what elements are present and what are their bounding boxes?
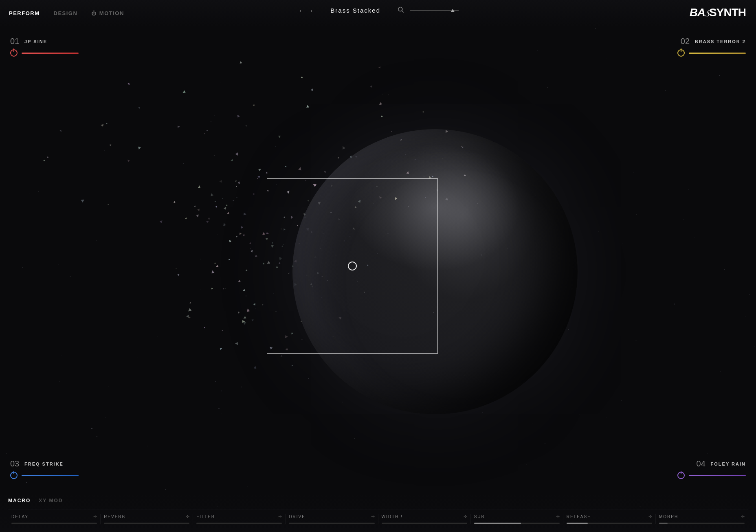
layer-04-number: 04	[697, 459, 707, 468]
star-particle	[580, 414, 580, 415]
star-particle	[570, 131, 571, 131]
macro-filter-track[interactable]	[196, 523, 282, 524]
preset-prev-button[interactable]: ‹	[297, 6, 304, 15]
macro-width-track[interactable]	[382, 523, 467, 524]
debris-particle	[198, 185, 201, 189]
debris-particle	[204, 327, 206, 329]
macro-tab-xy-mod[interactable]: XY MOD	[39, 498, 63, 503]
debris-particle	[186, 314, 190, 318]
macro-reverb-track[interactable]	[104, 523, 189, 524]
star-particle	[155, 312, 156, 312]
macro-width-label: WIDTH !	[382, 514, 403, 519]
debris-particle	[229, 258, 231, 260]
layer-02-card: 02 BRASS TERROR 2	[677, 37, 746, 57]
preset-next-button[interactable]: ›	[308, 6, 315, 15]
debris-particle	[106, 123, 108, 124]
layer-02-power-button[interactable]	[677, 49, 685, 57]
star-particle	[571, 464, 571, 464]
debris-particle	[301, 76, 304, 79]
star-particle	[61, 356, 62, 356]
layer-02-controls	[677, 49, 746, 57]
star-particle	[611, 372, 611, 372]
layer-04-header: 04 FOLEY RAIN	[677, 459, 746, 468]
debris-particle	[43, 160, 45, 161]
layer-04-fader[interactable]	[689, 475, 746, 476]
macro-release-track[interactable]	[567, 523, 652, 524]
macro-filter-label-row: FILTER ✛	[196, 514, 282, 519]
layer-01-power-button[interactable]	[10, 49, 18, 57]
macro-delay-track[interactable]	[11, 523, 97, 524]
macro-reverb-drag-icon[interactable]: ✛	[186, 514, 189, 519]
debris-particle	[177, 274, 180, 276]
debris-particle	[222, 198, 223, 199]
tab-design[interactable]: DESIGN	[53, 8, 79, 18]
macro-sub-item: SUB ✛	[471, 514, 563, 524]
macro-width-drag-icon[interactable]: ✛	[464, 514, 467, 519]
star-particle	[6, 453, 7, 454]
macro-tabs: MACRO XY MOD	[8, 498, 748, 503]
preset-search-button[interactable]	[396, 5, 406, 16]
macro-sub-track[interactable]	[474, 523, 560, 524]
tab-perform[interactable]: PERFORM	[8, 8, 41, 18]
macro-morph-fill	[659, 523, 668, 524]
tab-motion[interactable]: ⏻ MOTION	[90, 8, 125, 18]
macro-drive-label: DRIVE	[289, 514, 305, 519]
macro-tab-macro[interactable]: MACRO	[8, 498, 31, 503]
macro-morph-track[interactable]	[659, 523, 745, 524]
debris-particle	[101, 124, 104, 127]
debris-particle	[137, 147, 141, 150]
star-particle	[754, 346, 755, 347]
macro-morph-drag-icon[interactable]: ✛	[741, 514, 745, 519]
layer-01-fader[interactable]	[22, 53, 79, 54]
debris-particle	[381, 115, 383, 117]
app-logo: BA𝑆SYNTH	[690, 6, 746, 19]
macro-width-label-row: WIDTH ! ✛	[382, 514, 467, 519]
star-particle	[218, 234, 218, 235]
macro-drive-label-row: DRIVE ✛	[289, 514, 374, 519]
preset-level-slider[interactable]	[410, 10, 459, 11]
macro-release-drag-icon[interactable]: ✛	[648, 514, 652, 519]
layer-02-header: 02 BRASS TERROR 2	[677, 37, 746, 46]
background-visual	[0, 0, 756, 532]
debris-particle	[311, 88, 314, 92]
layer-03-power-button[interactable]	[10, 472, 18, 479]
layer-01-card: 01 JP SINE	[10, 37, 79, 57]
debris-particle	[216, 265, 220, 268]
macro-delay-drag-icon[interactable]: ✛	[93, 514, 97, 519]
macro-morph-label: MORPH	[659, 514, 678, 519]
star-particle	[635, 340, 636, 341]
macro-sub-drag-icon[interactable]: ✛	[556, 514, 560, 519]
macro-drive-drag-icon[interactable]: ✛	[371, 514, 375, 519]
layer-03-controls	[10, 472, 79, 479]
macro-reverb-label: REVERB	[104, 514, 125, 519]
layer-04-power-button[interactable]	[677, 472, 685, 479]
star-particle	[458, 99, 458, 100]
debris-particle	[224, 206, 228, 210]
macro-filter-drag-icon[interactable]: ✛	[278, 514, 282, 519]
macro-drive-track[interactable]	[289, 523, 374, 524]
star-particle	[18, 139, 18, 139]
macro-delay-label-row: DELAY ✛	[11, 514, 97, 519]
layer-02-fader[interactable]	[689, 53, 746, 54]
star-particle	[708, 453, 708, 454]
sphere-container	[235, 129, 521, 414]
star-particle	[489, 119, 489, 120]
layer-01-name: JP SINE	[24, 39, 47, 44]
star-particle	[719, 75, 719, 76]
star-particle	[58, 264, 59, 265]
macro-sub-label-row: SUB ✛	[474, 514, 560, 519]
macro-width-item: WIDTH ! ✛	[378, 514, 471, 524]
macro-sub-label: SUB	[474, 514, 485, 519]
debris-particle	[369, 85, 372, 88]
star-particle	[183, 163, 184, 164]
debris-particle	[160, 220, 163, 223]
layer-03-fader[interactable]	[22, 475, 79, 476]
star-particle	[694, 237, 694, 237]
debris-particle	[81, 198, 86, 203]
macro-filter-item: FILTER ✛	[193, 514, 286, 524]
star-particle	[745, 316, 746, 317]
debris-particle	[246, 125, 247, 127]
debris-particle	[422, 111, 424, 113]
star-particle	[595, 28, 596, 29]
layer-03-header: 03 FREQ STRIKE	[10, 459, 79, 468]
